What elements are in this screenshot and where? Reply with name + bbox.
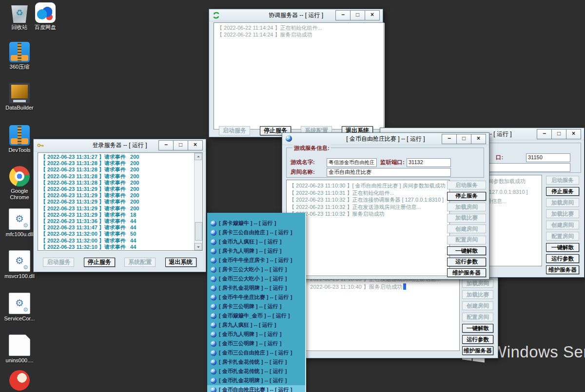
side-button[interactable]: 一键解散: [447, 246, 486, 255]
side-button[interactable]: 加载房间: [447, 203, 486, 211]
game-window-icon: [211, 230, 216, 236]
side-button[interactable]: 维护服务器: [546, 265, 579, 274]
desktop-icon[interactable]: DevTools: [1, 125, 38, 153]
side-button[interactable]: 加载比赛: [462, 290, 493, 299]
desktop-icon[interactable]: Google Chrome: [1, 166, 38, 201]
side-button[interactable]: 一键解散: [462, 324, 493, 333]
side-button[interactable]: 加载房间: [546, 198, 579, 207]
maximize-button[interactable]: □: [456, 134, 471, 144]
cascade-window-titlebar[interactable]: [ 房卡扎金花传统 ] -- [ 运行 ]: [207, 357, 305, 367]
close-button[interactable]: ×: [188, 140, 203, 150]
minimize-button[interactable]: −: [537, 129, 552, 139]
cascade-window-titlebar[interactable]: [ 金币三公自由抢庄 ] -- [ 运行 ]: [207, 348, 305, 357]
desktop-icon[interactable]: [1, 370, 38, 392]
desktop-icon[interactable]: unins000....: [1, 335, 38, 364]
side-buttons-column: 启动服务停止服务加载房间加载比赛创建房间配置房间一键解散运行参数维护服务器: [447, 181, 486, 277]
log-line: 【 2022-06-23 11:31:29 】请求事件 200: [40, 186, 192, 192]
cascade-window-titlebar[interactable]: [ 金币扎金花传统 ] -- [ 运行 ]: [207, 367, 305, 376]
cascade-window-titlebar[interactable]: [ 金币扎金花明牌 ] -- [ 运行 ]: [207, 376, 305, 385]
cascade-window-titlebar[interactable]: [ 金币簸簸牛_金币 ] -- [ 运行 ]: [207, 311, 305, 320]
cascade-window-titlebar[interactable]: [ 金币自由抢庄比赛 ] -- [ 运行 ]: [207, 385, 305, 392]
side-button[interactable]: 加载房间: [462, 279, 493, 288]
side-button[interactable]: 配置房间: [447, 236, 486, 244]
minimize-button[interactable]: −: [442, 134, 457, 144]
cascade-window-title: [ 房卡三公自由抢庄 ] -- [ 运行 ]: [219, 229, 292, 236]
side-button[interactable]: 运行参数: [462, 335, 493, 344]
coordination-titlebar[interactable]: 协调服务器 -- [ 运行 ] − □ ×: [209, 9, 383, 21]
service-button[interactable]: 退出系统: [165, 258, 196, 267]
desktop-icon[interactable]: 百度网盘: [27, 2, 64, 31]
side-button[interactable]: 加载比赛: [546, 209, 579, 218]
cascade-window-titlebar[interactable]: [ 房卡三公自由抢庄 ] -- [ 运行 ]: [207, 228, 305, 237]
login-titlebar[interactable]: 登录服务器 -- [ 运行 ] − □ ×: [34, 139, 206, 151]
side-button[interactable]: 创建房间: [462, 301, 493, 310]
desktop-icon-label: ServiceCor...: [1, 316, 38, 322]
maximize-button[interactable]: □: [551, 129, 566, 139]
desktop-icon-image: [9, 83, 30, 103]
cascade-window-title: [ 房卡三公大吃小 ] -- [ 运行 ]: [219, 266, 287, 273]
service-buttons-row: 启动服务停止服务系统配置退出系统: [34, 258, 206, 267]
desktop-icon[interactable]: msvcr100.dll: [1, 250, 38, 280]
listen-port-field[interactable]: 31150: [526, 153, 570, 162]
cascade-window-titlebar[interactable]: [ 金币九人明牌 ] -- [ 运行 ]: [207, 330, 305, 339]
cascade-window-title: [ 房卡九人明牌 ] -- [ 运行 ]: [219, 247, 281, 255]
cascade-window-titlebar[interactable]: [ 房卡九人明牌 ] -- [ 运行 ]: [207, 246, 305, 256]
cascade-window-titlebar[interactable]: [ 房九人疯狂 ] -- [ 运行 ]: [207, 320, 305, 330]
listen-port-field[interactable]: 31132: [407, 158, 451, 167]
side-button[interactable]: 维护服务器: [447, 268, 486, 277]
cascade-window-title: [ 金币九人疯狂 ] -- [ 运行 ]: [219, 238, 281, 245]
cascade-window-title: [ 房卡扎金花传统 ] -- [ 运行 ]: [219, 358, 287, 366]
service-button[interactable]: 启动服务: [43, 258, 74, 267]
side-button[interactable]: 停止服务: [546, 187, 579, 196]
room-name-field[interactable]: 金币自由抢庄比赛: [327, 168, 451, 177]
desktop-icon[interactable]: DataBuilder: [1, 83, 38, 111]
log-area: 【 2022-06-23 11:10:30 】[ 金币自由抢庄比赛 ] 房间参数…: [286, 180, 450, 276]
cascade-window-titlebar[interactable]: [ 房卡扎金花明牌 ] -- [ 运行 ]: [207, 283, 305, 293]
side-button[interactable]: 维护服务器: [462, 346, 493, 355]
cascade-window-titlebar[interactable]: [ 金币三公大吃小 ] -- [ 运行 ]: [207, 274, 305, 283]
desktop-icon[interactable]: 360压缩: [1, 42, 38, 70]
close-button[interactable]: ×: [566, 129, 581, 139]
desktop-icon[interactable]: mfc100u.dll: [1, 208, 38, 238]
close-button[interactable]: ×: [471, 134, 486, 144]
game-window-icon: [211, 285, 216, 291]
scroll-thumb[interactable]: [195, 222, 202, 241]
scroll-up-icon[interactable]: [195, 153, 202, 160]
close-button[interactable]: ×: [365, 10, 380, 20]
game-window-icon: [211, 276, 216, 282]
cascade-window-titlebar[interactable]: [ 金币九人疯狂 ] -- [ 运行 ]: [207, 237, 305, 246]
side-button[interactable]: 配置房间: [546, 232, 579, 241]
minimize-button[interactable]: −: [335, 10, 351, 20]
desktop-icon[interactable]: ServiceCor...: [1, 293, 38, 322]
cascade-window-titlebar[interactable]: [ 金币牛牛坐庄比赛 ] -- [ 运行 ]: [207, 293, 305, 302]
side-button[interactable]: 启动服务: [546, 176, 579, 185]
minimize-button[interactable]: −: [158, 140, 174, 150]
vertical-scrollbar[interactable]: [194, 153, 202, 250]
service-button[interactable]: 系统配置: [124, 258, 156, 267]
cascade-window-titlebar[interactable]: [ 房卡三公明牌 ] -- [ 运行 ]: [207, 302, 305, 311]
side-button[interactable]: 一键解散: [546, 243, 579, 252]
side-button[interactable]: 启动服务: [447, 181, 486, 189]
side-button[interactable]: 配置房间: [462, 313, 493, 321]
service-button[interactable]: 停止服务: [84, 258, 115, 267]
side-button[interactable]: 运行参数: [447, 258, 486, 266]
maximize-button[interactable]: □: [350, 10, 365, 20]
cascade-window-titlebar[interactable]: [ 金币三公明牌 ] -- [ 运行 ]: [207, 339, 305, 348]
cascade-window-title: [ 房卡扎金花明牌 ] -- [ 运行 ]: [219, 284, 287, 292]
side-button[interactable]: 加载比赛: [447, 214, 486, 223]
side-button[interactable]: 创建房间: [546, 221, 579, 229]
game-name-field[interactable]: 粤信游金币自由抢庄: [327, 158, 377, 167]
cascade-window-titlebar[interactable]: [ 金币牛牛坐庄房卡 ] -- [ 运行 ]: [207, 256, 305, 265]
main-titlebar[interactable]: [ 金币自由抢庄比赛 ] -- [ 运行 ] − □ ×: [282, 133, 489, 145]
service-button[interactable]: 启动服务: [219, 126, 250, 135]
log-lines: 【 2022-06-23 11:31:27 】请求事件 200【 2022-06…: [38, 153, 194, 250]
side-button[interactable]: 停止服务: [447, 192, 486, 201]
desktop-icon-label: DevTools: [1, 147, 38, 153]
cascade-window-titlebar[interactable]: [ 房卡三公大吃小 ] -- [ 运行 ]: [207, 265, 305, 274]
log-line: 【 2022-06-22 11:14:24 】服务启动成功: [217, 32, 381, 38]
side-button[interactable]: 运行参数: [546, 254, 579, 263]
side-button[interactable]: 创建房间: [447, 224, 486, 233]
scroll-down-icon[interactable]: [195, 243, 202, 250]
maximize-button[interactable]: □: [173, 140, 188, 150]
cascade-window-titlebar[interactable]: [ 房卡簸簸牛 ] -- [ 运行 ]: [207, 219, 305, 228]
